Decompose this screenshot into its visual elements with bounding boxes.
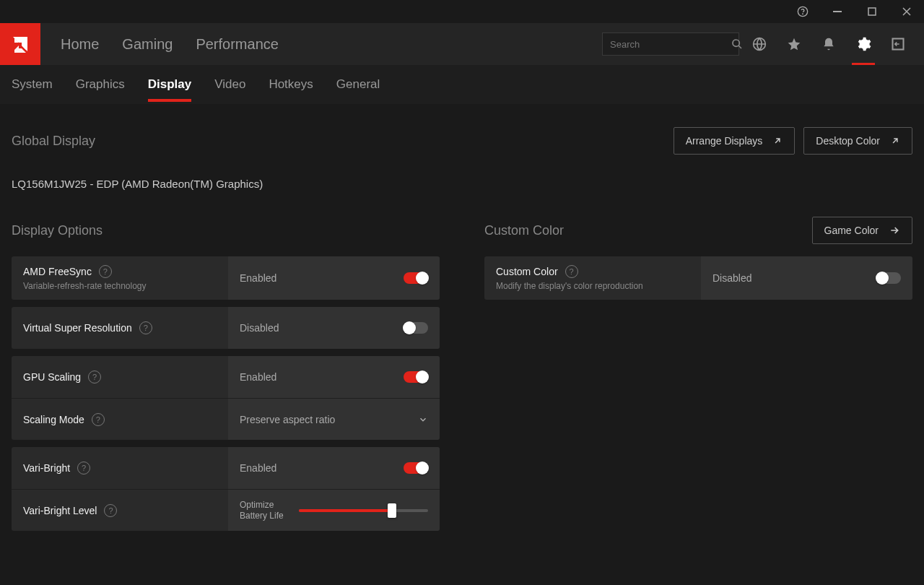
- external-link-icon: [772, 136, 783, 146]
- exit-icon[interactable]: [884, 30, 912, 58]
- tab-general[interactable]: General: [336, 67, 380, 102]
- desktop-color-label: Desktop Color: [816, 135, 880, 147]
- custom-color-toggle[interactable]: [876, 272, 901, 284]
- amd-logo[interactable]: [0, 23, 40, 65]
- vari-bright-row: Vari-Bright ? Enabled: [12, 447, 440, 489]
- vari-bright-status: Enabled: [240, 462, 276, 474]
- vsr-toggle[interactable]: [404, 322, 428, 334]
- scaling-mode-row: Scaling Mode ? Preserve aspect ratio: [12, 398, 440, 440]
- search-input[interactable]: [610, 39, 731, 50]
- nav-home[interactable]: Home: [61, 36, 99, 53]
- desktop-color-button[interactable]: Desktop Color: [803, 127, 912, 155]
- freesync-toggle[interactable]: [404, 272, 428, 284]
- custom-color-column: Custom Color Game Color Custom Color ? M…: [484, 199, 912, 307]
- help-icon[interactable]: ?: [77, 462, 90, 474]
- header-right: [602, 23, 924, 65]
- sub-nav: System Graphics Display Video Hotkeys Ge…: [0, 65, 924, 104]
- global-display-title: Global Display: [12, 134, 95, 149]
- tab-graphics[interactable]: Graphics: [76, 67, 125, 102]
- close-button[interactable]: [895, 0, 918, 23]
- svg-rect-3: [868, 8, 876, 15]
- nav-performance[interactable]: Performance: [196, 36, 279, 53]
- custom-color-title: Custom Color: [484, 223, 564, 238]
- vari-bright-level-label: Vari-Bright Level: [23, 505, 97, 516]
- arrange-displays-button[interactable]: Arrange Displays: [674, 127, 796, 155]
- gpu-scaling-toggle[interactable]: [404, 371, 428, 383]
- freesync-row: AMD FreeSync ? Variable-refresh-rate tec…: [12, 256, 440, 300]
- search-icon[interactable]: [731, 38, 743, 50]
- display-options-column: Display Options AMD FreeSync ? Variable-…: [12, 199, 440, 538]
- vari-bright-level-row: Vari-Bright Level ? Optimize Battery Lif…: [12, 489, 440, 531]
- help-icon[interactable]: ?: [139, 321, 152, 334]
- minimize-button[interactable]: [826, 0, 849, 23]
- vsr-status: Disabled: [240, 322, 279, 334]
- freesync-label: AMD FreeSync: [23, 266, 92, 277]
- svg-point-7: [733, 40, 739, 46]
- scaling-mode-label: Scaling Mode: [23, 414, 84, 425]
- help-icon[interactable]: ?: [92, 413, 105, 426]
- vari-bright-label: Vari-Bright: [23, 462, 70, 474]
- custom-color-status: Disabled: [712, 272, 751, 284]
- display-options-title: Display Options: [12, 223, 103, 238]
- freesync-desc: Variable-refresh-rate technology: [23, 281, 217, 291]
- help-icon[interactable]: ?: [565, 265, 578, 278]
- titlebar: [0, 0, 924, 23]
- arrow-right-icon: [889, 225, 900, 236]
- star-icon[interactable]: [780, 30, 808, 58]
- web-icon[interactable]: [745, 30, 774, 58]
- custom-color-desc: Modify the display's color reproduction: [496, 281, 689, 291]
- game-color-button[interactable]: Game Color: [812, 217, 912, 244]
- main-nav: Home Gaming Performance: [40, 23, 602, 65]
- vsr-label: Virtual Super Resolution: [23, 322, 132, 334]
- gpu-scaling-label: GPU Scaling: [23, 371, 81, 383]
- help-icon[interactable]: [791, 0, 814, 23]
- header: Home Gaming Performance: [0, 23, 924, 65]
- vari-bright-toggle[interactable]: [404, 462, 428, 474]
- custom-color-label: Custom Color: [496, 266, 558, 277]
- tab-video[interactable]: Video: [214, 67, 245, 102]
- tab-hotkeys[interactable]: Hotkeys: [269, 67, 313, 102]
- search-box[interactable]: [602, 32, 739, 56]
- maximize-button[interactable]: [860, 0, 884, 23]
- vsr-row: Virtual Super Resolution ? Disabled: [12, 307, 440, 349]
- freesync-status: Enabled: [240, 272, 276, 284]
- settings-gear-icon[interactable]: [849, 30, 878, 58]
- game-color-label: Game Color: [824, 225, 879, 236]
- display-device-name: LQ156M1JW25 - EDP (AMD Radeon(TM) Graphi…: [12, 178, 912, 190]
- external-link-icon: [890, 136, 900, 146]
- help-icon[interactable]: ?: [88, 370, 101, 384]
- help-icon[interactable]: ?: [104, 504, 117, 517]
- vari-bright-slider[interactable]: [299, 509, 428, 512]
- tab-system[interactable]: System: [12, 67, 53, 102]
- gpu-scaling-row: GPU Scaling ? Enabled: [12, 356, 440, 398]
- arrange-displays-label: Arrange Displays: [686, 135, 763, 147]
- bell-icon[interactable]: [814, 30, 843, 58]
- content: Global Display Arrange Displays Desktop …: [0, 104, 924, 585]
- nav-gaming[interactable]: Gaming: [122, 36, 173, 53]
- custom-color-row: Custom Color ? Modify the display's colo…: [484, 256, 912, 300]
- scaling-mode-value: Preserve aspect ratio: [240, 414, 409, 425]
- svg-point-1: [803, 14, 803, 14]
- gpu-scaling-status: Enabled: [240, 371, 276, 383]
- vari-bright-slider-label: Optimize Battery Life: [240, 500, 290, 521]
- help-icon[interactable]: ?: [99, 265, 112, 278]
- chevron-down-icon: [418, 415, 428, 425]
- scaling-mode-dropdown[interactable]: Preserve aspect ratio: [228, 399, 440, 440]
- tab-display[interactable]: Display: [148, 67, 191, 102]
- svg-rect-2: [833, 11, 842, 12]
